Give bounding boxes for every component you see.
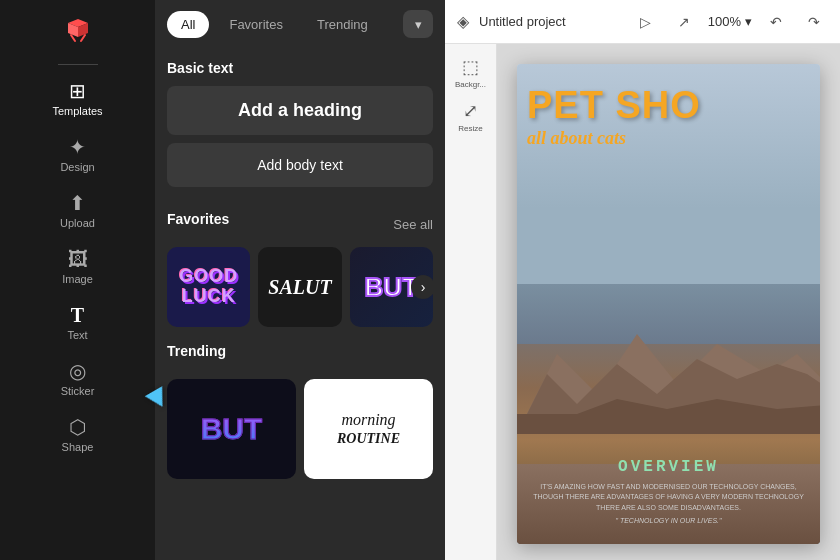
- design-icon: ✦: [69, 137, 86, 157]
- but2-text: BUT: [201, 412, 263, 446]
- sidebar-item-upload-label: Upload: [60, 217, 95, 229]
- sidebar-item-design[interactable]: ✦ Design: [0, 129, 155, 181]
- template-salut[interactable]: SALUT: [258, 247, 341, 327]
- canvas-mini-sidebar: ⬚ Backgr... ⤢ Resize: [445, 44, 497, 560]
- template-goodluck[interactable]: GOODLUCK: [167, 247, 250, 327]
- canvas-logo-icon: ◈: [457, 12, 469, 31]
- sticker-icon: ◎: [69, 361, 86, 381]
- landscape-image: OVERVIEW IT'S AMAZING HOW FAST AND MODER…: [517, 284, 820, 544]
- image-icon: 🖼: [68, 249, 88, 269]
- sidebar-item-upload[interactable]: ⬆ Upload: [0, 185, 155, 237]
- morning-text: morning ROUTINE: [337, 410, 400, 448]
- basic-text-title: Basic text: [167, 60, 433, 76]
- pet-shop-subtitle: all about cats: [527, 128, 626, 149]
- mountain-silhouette: [517, 314, 820, 438]
- favorites-next-arrow[interactable]: ›: [411, 275, 433, 299]
- trending-grid: BUT morning ROUTINE: [167, 379, 433, 479]
- background-button[interactable]: ⬚ Backgr...: [451, 52, 491, 92]
- canvas-area: ◈ Untitled project ▷ ↗ 100% ▾ ↶ ↷ ⬚ Back…: [445, 0, 840, 560]
- resize-label: Resize: [458, 124, 482, 133]
- trending-header: Trending: [167, 343, 433, 369]
- trending-section: Trending BUT morning ROUTINE: [167, 343, 433, 479]
- sidebar-item-shape-label: Shape: [62, 441, 94, 453]
- sidebar-item-image[interactable]: 🖼 Image: [0, 241, 155, 293]
- sidebar-item-shape[interactable]: ⬡ Shape: [0, 409, 155, 461]
- text-panel: All Favorites Trending ▾ Basic text Add …: [155, 0, 445, 560]
- background-label: Backgr...: [455, 80, 486, 89]
- favorites-header: Favorites See all: [167, 211, 433, 237]
- panel-tabs: All Favorites Trending ▾: [155, 0, 445, 48]
- upload-icon: ⬆: [69, 193, 86, 213]
- sidebar-item-text-label: Text: [67, 329, 87, 341]
- canvas-viewport: PET SHO all about cats: [497, 44, 840, 560]
- templates-icon: ⊞: [69, 81, 86, 101]
- favorites-title: Favorites: [167, 211, 229, 227]
- canvas-title: Untitled project: [479, 14, 566, 29]
- sidebar-item-templates-label: Templates: [52, 105, 102, 117]
- see-all-link[interactable]: See all: [393, 217, 433, 232]
- resize-icon: ⤢: [463, 100, 478, 122]
- overview-quote: " TECHNOLOGY IN OUR LIVES.": [531, 517, 806, 524]
- favorites-grid: GOODLUCK SALUT BUT ›: [167, 247, 433, 327]
- zoom-value: 100%: [708, 14, 741, 29]
- sidebar-item-sticker[interactable]: ◎ Sticker: [0, 353, 155, 405]
- tab-all[interactable]: All: [167, 11, 209, 38]
- sidebar-item-sticker-label: Sticker: [61, 385, 95, 397]
- tab-trending[interactable]: Trending: [303, 11, 382, 38]
- undo-icon[interactable]: ↶: [762, 8, 790, 36]
- app-logo: [60, 12, 96, 48]
- sidebar-divider: [58, 64, 98, 65]
- sidebar-item-text[interactable]: T Text: [0, 297, 155, 349]
- sidebar-item-templates[interactable]: ⊞ Templates: [0, 73, 155, 125]
- template-morning[interactable]: morning ROUTINE: [304, 379, 433, 479]
- template-but2[interactable]: BUT: [167, 379, 296, 479]
- zoom-dropdown-icon: ▾: [745, 14, 752, 29]
- overview-body: IT'S AMAZING HOW FAST AND MODERNISED OUR…: [531, 482, 806, 514]
- zoom-control[interactable]: 100% ▾: [708, 14, 752, 29]
- pet-shop-title: PET SHO: [527, 84, 820, 127]
- sidebar-item-image-label: Image: [62, 273, 93, 285]
- goodluck-text: GOODLUCK: [179, 267, 238, 307]
- share-icon[interactable]: ↗: [670, 8, 698, 36]
- add-heading-button[interactable]: Add a heading: [167, 86, 433, 135]
- tabs-dropdown-button[interactable]: ▾: [403, 10, 433, 38]
- canvas-toolbar: ◈ Untitled project ▷ ↗ 100% ▾ ↶ ↷: [445, 0, 840, 44]
- add-body-text-button[interactable]: Add body text: [167, 143, 433, 187]
- play-icon[interactable]: ▷: [632, 8, 660, 36]
- background-icon: ⬚: [462, 56, 479, 78]
- redo-icon[interactable]: ↷: [800, 8, 828, 36]
- tab-favorites[interactable]: Favorites: [215, 11, 296, 38]
- shape-icon: ⬡: [69, 417, 86, 437]
- overview-title: OVERVIEW: [531, 458, 806, 476]
- landscape-area: OVERVIEW IT'S AMAZING HOW FAST AND MODER…: [517, 284, 820, 544]
- left-sidebar: ⊞ Templates ✦ Design ⬆ Upload 🖼 Image T …: [0, 0, 155, 560]
- overview-box: OVERVIEW IT'S AMAZING HOW FAST AND MODER…: [531, 458, 806, 525]
- trending-title: Trending: [167, 343, 226, 359]
- salut-text: SALUT: [268, 276, 331, 299]
- canvas-main: ⬚ Backgr... ⤢ Resize PET SHO all about c…: [445, 44, 840, 560]
- sidebar-item-design-label: Design: [60, 161, 94, 173]
- text-icon: T: [71, 305, 84, 325]
- resize-button[interactable]: ⤢ Resize: [451, 96, 491, 136]
- canvas-document[interactable]: PET SHO all about cats: [517, 64, 820, 544]
- chevron-down-icon: ▾: [415, 17, 422, 32]
- panel-content: Basic text Add a heading Add body text F…: [155, 48, 445, 560]
